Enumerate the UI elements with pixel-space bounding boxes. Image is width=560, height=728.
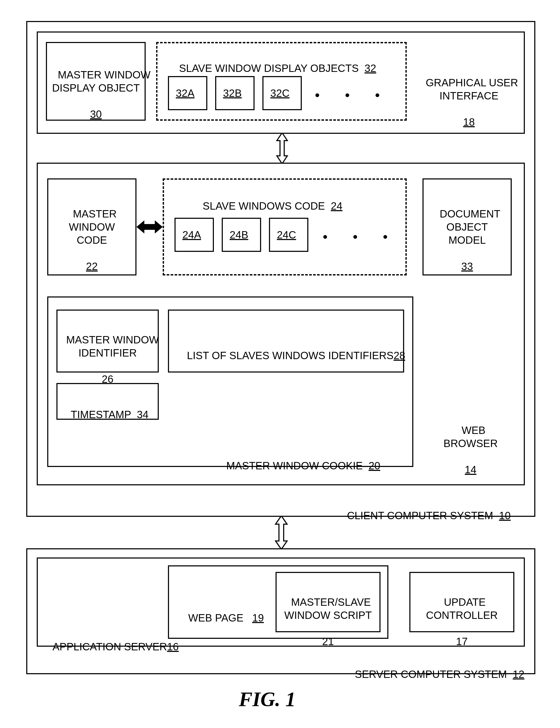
- swdo-item-32a-label: 32A: [176, 87, 194, 100]
- client-system-label: CLIENT COMPUTER SYSTEM 10: [341, 496, 511, 522]
- svg-marker-2: [276, 516, 287, 549]
- mwc-cookie-label: MASTER WINDOW COOKIE 20: [220, 446, 380, 472]
- gui-label: GRAPHICAL USER INTERFACE 18: [420, 63, 518, 129]
- swc-item-24a-label: 24A: [182, 228, 201, 241]
- arrow-gui-browser: [276, 133, 289, 164]
- swc-item-24c-label: 24C: [277, 228, 296, 241]
- swdo-ellipsis: • • •: [315, 87, 381, 104]
- figure-caption: FIG. 1: [239, 687, 296, 711]
- ms-script-label: MASTER/SLAVE WINDOW SCRIPT 21: [282, 582, 374, 648]
- lsi-label: LIST OF SLAVES WINDOWS IDENTIFIERS28: [181, 336, 405, 362]
- mwc-label: MASTER WINDOW CODE 22: [54, 194, 130, 273]
- update-controller-label: UPDATE CONTROLLER 17: [416, 582, 508, 648]
- dom-label: DOCUMENT OBJECT MODEL 33: [429, 194, 505, 273]
- mwi-label: MASTER WINDOW IDENTIFIER 26: [60, 320, 155, 385]
- swc-ellipsis: • • •: [323, 228, 389, 245]
- webpage-label: WEB PAGE 19: [182, 598, 264, 624]
- arrow-mwc-swc: [136, 218, 163, 236]
- swc-item-24b-label: 24B: [230, 228, 248, 241]
- arrow-client-server: [274, 516, 288, 549]
- appserver-label: APPLICATION SERVER16: [47, 627, 179, 653]
- swdo-item-32b-label: 32B: [223, 87, 242, 100]
- web-browser-label: WEB BROWSER 14: [443, 410, 498, 476]
- svg-marker-1: [136, 220, 163, 234]
- swc-label: SLAVE WINDOWS CODE 24: [197, 186, 342, 213]
- timestamp-label: TIMESTAMP 34: [65, 395, 149, 421]
- svg-marker-0: [277, 133, 287, 164]
- swdo-label: SLAVE WINDOW DISPLAY OBJECTS 32: [173, 49, 376, 75]
- figure-page: { "figure_caption": "FIG. 1", "client_sy…: [0, 0, 560, 728]
- mwdo-label: MASTER WINDOW DISPLAY OBJECT 30: [52, 55, 140, 121]
- server-system-label: SERVER COMPUTER SYSTEM 12: [349, 655, 524, 681]
- swdo-item-32c-label: 32C: [270, 87, 289, 100]
